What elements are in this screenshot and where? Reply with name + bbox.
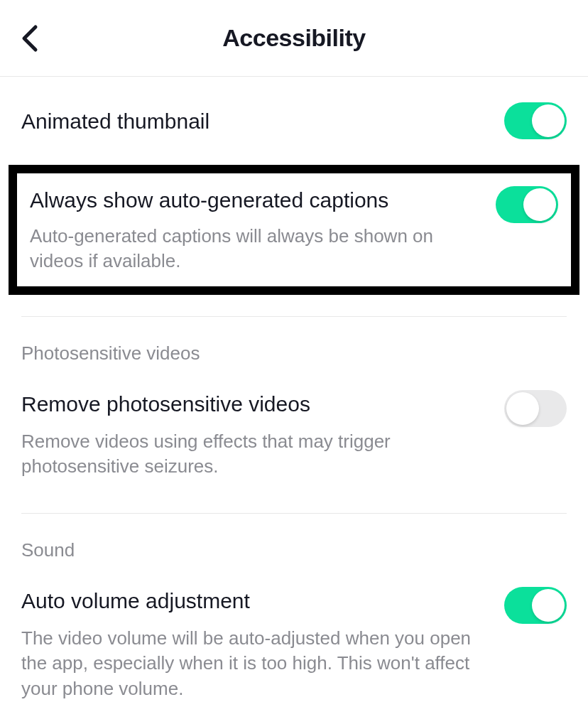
back-button[interactable] xyxy=(21,24,38,53)
toggle-knob xyxy=(506,392,539,425)
section-header-sound: Sound xyxy=(0,514,588,567)
animated-thumbnail-toggle[interactable] xyxy=(504,102,567,139)
highlight-box: Always show auto-generated captions Auto… xyxy=(9,165,579,295)
page-title: Accessibility xyxy=(0,24,588,52)
setting-photosensitive: Remove photosensitive videos Remove vide… xyxy=(0,370,588,496)
setting-label: Auto volume adjustment xyxy=(21,587,490,615)
header: Accessibility xyxy=(0,0,588,77)
toggle-knob xyxy=(532,589,565,622)
setting-description: The video volume will be auto-adjusted w… xyxy=(21,626,490,701)
auto-captions-toggle[interactable] xyxy=(496,186,558,223)
setting-label: Animated thumbnail xyxy=(21,107,490,135)
toggle-knob xyxy=(532,104,565,137)
setting-description: Auto-generated captions will always be s… xyxy=(30,224,481,274)
setting-auto-volume: Auto volume adjustment The video volume … xyxy=(0,567,588,702)
toggle-knob xyxy=(523,188,556,221)
setting-auto-captions: Always show auto-generated captions Auto… xyxy=(30,186,558,274)
setting-animated-thumbnail: Animated thumbnail xyxy=(0,77,588,165)
photosensitive-toggle[interactable] xyxy=(504,390,567,427)
setting-description: Remove videos using effects that may tri… xyxy=(21,429,490,479)
setting-label: Remove photosensitive videos xyxy=(21,390,490,418)
setting-label: Always show auto-generated captions xyxy=(30,186,481,214)
auto-volume-toggle[interactable] xyxy=(504,587,567,624)
section-header-photosensitive: Photosensitive videos xyxy=(0,317,588,370)
content: Animated thumbnail Always show auto-gene… xyxy=(0,77,588,702)
chevron-left-icon xyxy=(21,24,38,53)
